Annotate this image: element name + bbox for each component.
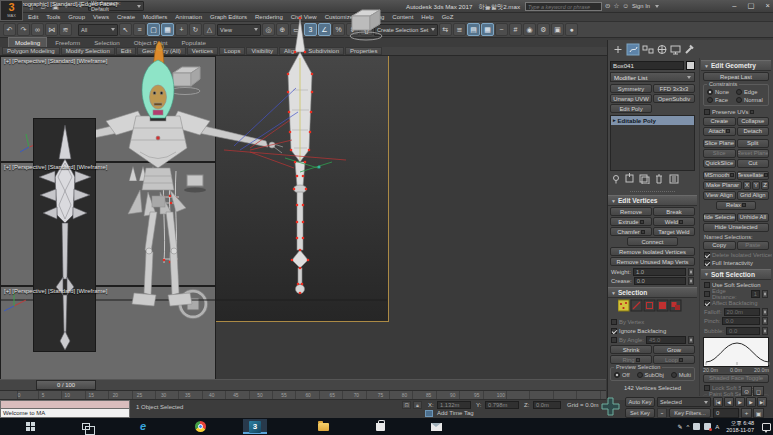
- selection-lock-icon[interactable]: 🔒︎: [413, 401, 422, 409]
- listener-row[interactable]: Welcome to MA: [0, 409, 130, 418]
- menu-item[interactable]: GoZ: [442, 14, 454, 20]
- msmooth-button[interactable]: MSmooth: [703, 171, 736, 180]
- reset-plane-button[interactable]: Reset Plane: [737, 149, 770, 158]
- spinner-icon[interactable]: [762, 290, 768, 298]
- edge-distance-field[interactable]: 1: [751, 290, 760, 298]
- set-key-button[interactable]: Set Key: [625, 408, 655, 418]
- planar-x-button[interactable]: X: [743, 181, 751, 190]
- max-taskbar-button[interactable]: 3: [243, 419, 267, 434]
- tray-icon-badged[interactable]: [704, 423, 711, 430]
- create-button[interactable]: Create: [703, 117, 736, 126]
- settings-box-icon[interactable]: [640, 220, 644, 224]
- default-tangent-icon[interactable]: ⌁: [657, 408, 667, 418]
- edge-taskbar-button[interactable]: e: [131, 419, 155, 434]
- modifier-button[interactable]: OpenSubdiv: [653, 94, 695, 103]
- object-color-swatch[interactable]: [686, 61, 695, 70]
- render-production-icon[interactable]: ●: [565, 23, 578, 36]
- key-filters-button[interactable]: Key Filters...: [669, 408, 711, 418]
- key-mode-dropdown[interactable]: Selected: [657, 397, 711, 407]
- ignore-backfacing-checkbox[interactable]: [611, 328, 617, 334]
- view-align-button[interactable]: View Align: [703, 191, 736, 200]
- modifier-button[interactable]: FFD 3x3x3: [653, 84, 695, 93]
- settings-box-icon[interactable]: [750, 110, 754, 114]
- x-coord-field[interactable]: 1.132m: [437, 401, 471, 409]
- store-taskbar-button[interactable]: [368, 419, 392, 434]
- constraint-face-radio[interactable]: Face: [707, 97, 736, 103]
- shrink-button[interactable]: Shrink: [610, 345, 652, 354]
- search-input[interactable]: [525, 2, 602, 11]
- hide-selected-button[interactable]: Hide Selected: [703, 213, 736, 222]
- settings-box-icon[interactable]: [641, 230, 645, 234]
- status-panel-cross-icon[interactable]: [600, 397, 622, 417]
- zoom-extents-icon[interactable]: ◻: [753, 386, 764, 396]
- modifier-list-dropdown[interactable]: Modifier List: [610, 72, 695, 82]
- mace-preview-panel[interactable]: [33, 118, 96, 352]
- delete-isolated-vertices-checkbox[interactable]: [704, 252, 710, 258]
- rollout-edit-vertices[interactable]: ▼Edit Vertices: [608, 195, 697, 206]
- planar-z-button[interactable]: Z: [761, 181, 769, 190]
- connect-button[interactable]: Connect: [627, 237, 678, 246]
- absolute-mode-icon[interactable]: ⊡: [402, 401, 411, 409]
- goto-start-button[interactable]: |◀: [713, 397, 723, 407]
- spinner-icon[interactable]: [636, 358, 640, 362]
- preview-subobj-radio[interactable]: SubObj: [637, 372, 664, 378]
- settings-box-icon[interactable]: [726, 129, 730, 133]
- render-setup-icon[interactable]: ⚙: [537, 23, 550, 36]
- paste-button[interactable]: Paste: [737, 241, 770, 250]
- unhide-all-button[interactable]: Unhide All: [737, 213, 770, 222]
- expand-icon[interactable]: ▸: [613, 116, 616, 125]
- favorites-icon[interactable]: ☆: [613, 2, 619, 10]
- close-button[interactable]: ×: [766, 1, 770, 10]
- settings-box-icon[interactable]: [764, 173, 768, 177]
- viewport-label[interactable]: [+] [Perspective] [Standard] [Wireframe]: [4, 288, 107, 294]
- spinner-icon[interactable]: [688, 268, 694, 276]
- rollout-soft-selection[interactable]: ▼Soft Selection: [701, 269, 771, 280]
- remove-unused-map-verts-button[interactable]: Remove Unused Map Verts: [610, 257, 695, 266]
- settings-box-icon[interactable]: [679, 220, 683, 224]
- tray-icon[interactable]: [693, 423, 700, 430]
- settings-box-icon[interactable]: [742, 203, 746, 207]
- split-button[interactable]: Split: [737, 139, 770, 148]
- ring-button[interactable]: Ring: [610, 355, 652, 364]
- make-planar-button[interactable]: Make Planar: [703, 181, 742, 190]
- hide-unselected-button[interactable]: Hide Unselected: [703, 223, 769, 232]
- chevron-down-icon[interactable]: [655, 5, 659, 8]
- modifier-button[interactable]: Symmetry: [610, 84, 652, 93]
- y-coord-field[interactable]: 0.798m: [485, 401, 519, 409]
- lock-soft-selection-checkbox[interactable]: [704, 385, 710, 391]
- modifier-button[interactable]: Edit Poly: [610, 104, 652, 113]
- explorer-taskbar-button[interactable]: [311, 419, 335, 434]
- bubble-field[interactable]: 0.0: [726, 327, 760, 335]
- copy-button[interactable]: Copy: [703, 241, 736, 250]
- curve-editor-icon[interactable]: ~: [495, 23, 508, 36]
- shaded-face-toggle-button[interactable]: Shaded Face Toggle: [703, 374, 769, 383]
- action-center-icon[interactable]: [762, 423, 771, 431]
- spinner-icon[interactable]: [679, 358, 683, 362]
- viewport-label[interactable]: [+] [Perspective] [Standard] [Wireframe]: [4, 164, 107, 170]
- current-frame-field[interactable]: 0: [713, 408, 739, 418]
- preview-off-radio[interactable]: Off: [614, 372, 630, 378]
- viewport-label[interactable]: [+] [Perspective] [Standard] [Wireframe]: [4, 58, 107, 64]
- goto-end-button[interactable]: ▶|: [757, 397, 767, 407]
- modifier-button[interactable]: Unwrap UVW: [610, 94, 652, 103]
- material-editor-icon[interactable]: ◉: [523, 23, 536, 36]
- chamfer-button[interactable]: Chamfer: [610, 227, 652, 236]
- grid-align-button[interactable]: Grid Align: [737, 191, 770, 200]
- target-weld-button[interactable]: Target Weld: [653, 227, 695, 236]
- next-frame-button[interactable]: ▶: [746, 397, 756, 407]
- attach-button[interactable]: Attach: [703, 127, 736, 136]
- crease-field[interactable]: 0.0: [634, 277, 686, 285]
- remove-isolated-vertices-button[interactable]: Remove Isolated Vertices: [610, 247, 695, 256]
- maxscript-mini-listener[interactable]: Welcome to MA: [0, 400, 130, 418]
- quickslice-button[interactable]: QuickSlice: [703, 159, 736, 168]
- align-icon[interactable]: ≌: [453, 23, 466, 36]
- mail-taskbar-button[interactable]: [424, 419, 448, 434]
- pen-icon[interactable]: ✎: [677, 423, 682, 430]
- constraint-normal-radio[interactable]: Normal: [736, 97, 765, 103]
- minimize-button[interactable]: –: [732, 1, 736, 10]
- zoom-icon[interactable]: ⊙: [741, 386, 752, 396]
- rendered-frame-icon[interactable]: ▣: [551, 23, 564, 36]
- rollout-edit-geometry[interactable]: ▼Edit Geometry: [701, 60, 771, 71]
- tray-expand-icon[interactable]: ^: [686, 424, 689, 430]
- schematic-view-icon[interactable]: #: [509, 23, 522, 36]
